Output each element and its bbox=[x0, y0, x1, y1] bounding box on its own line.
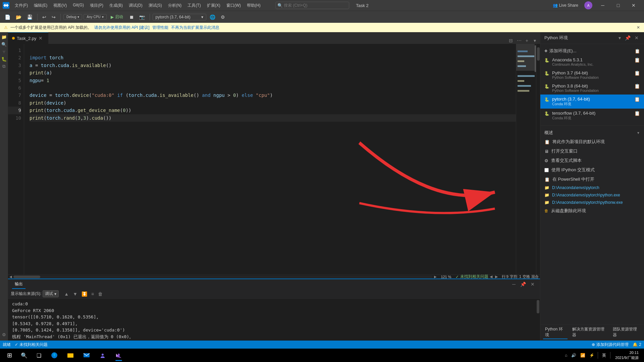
tab-python-env[interactable]: Python 环境 bbox=[543, 326, 568, 339]
env-item-python37[interactable]: 🐍 Python 3.7 (64-bit) Python Software Fo… bbox=[540, 68, 644, 81]
scroll-down-button[interactable]: ▼ bbox=[71, 291, 79, 297]
minimap[interactable] bbox=[516, 44, 536, 275]
menu-debug[interactable]: 调试(D) bbox=[126, 1, 145, 10]
taskbar-vs-button[interactable] bbox=[111, 349, 126, 362]
env-action-tensorflow[interactable]: 📋 bbox=[634, 111, 640, 116]
tray-battery-icon[interactable]: ⚡ bbox=[588, 352, 596, 358]
zoom-level[interactable]: 121 % bbox=[438, 275, 451, 279]
tab-close[interactable]: ✕ bbox=[39, 36, 43, 41]
tray-volume-icon[interactable]: 🔊 bbox=[570, 352, 578, 358]
warning-link-2[interactable]: 管理性能 bbox=[152, 25, 168, 31]
status-add-source[interactable]: ⊕ 添加到源代码管理 bbox=[592, 342, 629, 348]
scroll-to-end-button[interactable]: ⏬ bbox=[80, 291, 89, 297]
live-share-button[interactable]: 👥 Live Share bbox=[549, 2, 582, 9]
screenshot-button[interactable]: 📷 bbox=[137, 13, 147, 21]
menu-file[interactable]: 文件(F) bbox=[12, 1, 31, 10]
search-input[interactable] bbox=[275, 2, 349, 9]
env-action-python37[interactable]: 📋 bbox=[634, 70, 640, 76]
menu-edit[interactable]: 编辑(E) bbox=[31, 1, 50, 10]
env-item-anaconda[interactable]: 🐍 Anaconda 5.3.1 Continuum Analytics, In… bbox=[540, 55, 644, 68]
path-item-0[interactable]: 📁 D:\Anaconda\envs\pytorch bbox=[540, 184, 644, 191]
start-button[interactable]: ⊞ bbox=[3, 349, 16, 362]
menu-git[interactable]: Git(G) bbox=[70, 1, 87, 10]
env-item-pytorch[interactable]: 🐍 pytorch (3.7, 64-bit) Conda 环境 📋 bbox=[540, 95, 644, 109]
tab-team-explorer[interactable]: 团队资源管理器 bbox=[611, 326, 641, 339]
menu-analyze[interactable]: 分析(N) bbox=[165, 1, 184, 10]
close-button[interactable]: ✕ bbox=[626, 0, 641, 11]
taskbar-search-button[interactable]: 🔍 bbox=[17, 349, 31, 362]
scroll-left-button[interactable]: ◀ bbox=[9, 275, 12, 279]
tray-home-icon[interactable]: ⌂ bbox=[564, 352, 569, 358]
menu-tools[interactable]: 工具(T) bbox=[185, 1, 203, 10]
menu-help[interactable]: 帮助(H) bbox=[244, 1, 263, 10]
panel-tab-output[interactable]: 输出 bbox=[12, 280, 25, 289]
rp-close-button[interactable]: ✕ bbox=[633, 35, 640, 41]
cpu-target-dropdown[interactable]: Any CPU ▾ bbox=[84, 14, 106, 20]
task-view-button[interactable]: ❏ bbox=[32, 349, 46, 362]
activity-debug[interactable]: 🐛 bbox=[1, 56, 7, 62]
menu-extensions[interactable]: 扩展(X) bbox=[204, 1, 223, 10]
word-wrap-button[interactable]: ≡ bbox=[90, 291, 95, 297]
warning-dismiss[interactable]: ✕ bbox=[637, 25, 640, 30]
taskbar-time[interactable]: 20:11 2021/9/厂能源 bbox=[612, 350, 641, 361]
status-notifications[interactable]: 🔔 2 bbox=[633, 342, 641, 347]
status-ready[interactable]: 就绪 bbox=[3, 342, 11, 348]
rp-pin-button[interactable]: 📌 bbox=[624, 35, 632, 41]
activity-git[interactable]: ⑂ bbox=[1, 48, 7, 55]
run-button[interactable]: ▶ ▶ 启动 启动 bbox=[108, 13, 126, 21]
taskbar-explorer-button[interactable] bbox=[63, 349, 78, 362]
new-file-button[interactable]: 📄 bbox=[3, 13, 12, 21]
save-button[interactable]: 💾 bbox=[25, 13, 35, 21]
undo-button[interactable]: ↩ bbox=[40, 13, 48, 21]
tab-split-button[interactable]: ⊟ bbox=[507, 37, 514, 44]
tab-task2py[interactable]: Task_2.py ✕ bbox=[8, 32, 48, 44]
output-scrollbar[interactable] bbox=[536, 299, 540, 341]
menu-window[interactable]: 窗口(W) bbox=[224, 1, 244, 10]
user-avatar[interactable]: A bbox=[584, 1, 592, 9]
path-item-2[interactable]: 📁 D:\Anaconda\envs\pytorch\pythonw.exe bbox=[540, 199, 644, 206]
tab-dropdown-button[interactable]: ▾ bbox=[532, 37, 537, 44]
redo-button[interactable]: ↪ bbox=[50, 13, 58, 21]
taskbar-teams-button[interactable] bbox=[95, 349, 110, 362]
env-action-python38[interactable]: 📋 bbox=[634, 83, 640, 89]
code-editor[interactable]: import torch a = torch.cuda.is_available… bbox=[24, 44, 516, 275]
delete-env-button[interactable]: 🗑 从磁盘删除此环境 bbox=[540, 206, 644, 216]
tab-plus-button[interactable]: + bbox=[524, 37, 530, 44]
rp-dropdown-button[interactable]: ▾ bbox=[617, 35, 622, 41]
action-powershell[interactable]: 📋 在 PowerShell 中打开 bbox=[540, 175, 644, 184]
activity-settings[interactable]: ⚙ bbox=[1, 331, 7, 338]
path-item-1[interactable]: 📁 D:\Anaconda\envs\pytorch\python.exe bbox=[540, 191, 644, 199]
settings-button[interactable]: ⚙ bbox=[219, 13, 227, 21]
open-file-button[interactable]: 📂 bbox=[14, 13, 23, 21]
panel-pin-button[interactable]: 📌 bbox=[519, 281, 527, 288]
debug-mode-dropdown[interactable]: Debug ▾ bbox=[63, 14, 82, 20]
menu-test[interactable]: 测试(S) bbox=[146, 1, 165, 10]
tab-solution-explorer[interactable]: 解决方案资源管理器 bbox=[570, 326, 608, 339]
env-action-pytorch[interactable]: 📋 bbox=[634, 97, 640, 102]
scroll-up-button[interactable]: ▲ bbox=[63, 291, 70, 297]
stop-button[interactable]: ⏹ bbox=[127, 13, 136, 21]
maximize-button[interactable]: □ bbox=[610, 0, 626, 11]
ipython-checkbox-input[interactable] bbox=[544, 168, 549, 172]
output-content[interactable]: cuda:0GeForce RTX 2060tensor([[0.5710, 0… bbox=[8, 299, 536, 341]
action-view-script[interactable]: ⚙ 查看交互式脚本 bbox=[540, 156, 644, 165]
activity-search[interactable]: 🔍 bbox=[1, 41, 7, 48]
tab-more-button[interactable]: ⋯ bbox=[516, 37, 523, 44]
add-environment-button[interactable]: + 添加环境(E)... 📋 bbox=[540, 47, 644, 55]
taskbar-mail-button[interactable] bbox=[79, 349, 94, 362]
env-item-tensorflow[interactable]: 🐍 tensorflow (3.7, 64-bit) Conda 环境 📋 bbox=[540, 109, 644, 123]
panel-close-button[interactable]: ✕ bbox=[529, 281, 536, 288]
clear-button[interactable]: 🗑 bbox=[97, 291, 104, 297]
menu-build[interactable]: 生成(B) bbox=[107, 1, 125, 10]
status-no-problems[interactable]: ✓ 未找到相关问题 bbox=[15, 342, 48, 348]
warning-link-3[interactable]: 不再为当前扩展显示此消息 bbox=[171, 25, 219, 31]
action-set-default[interactable]: 📋 将此作为新项目的默认环境 bbox=[540, 137, 644, 146]
env-action-anaconda[interactable]: 📋 bbox=[634, 57, 640, 63]
environment-button[interactable]: 🌐 bbox=[208, 13, 217, 21]
taskbar-language[interactable]: 英 bbox=[600, 352, 608, 359]
editor-scrollbar[interactable] bbox=[536, 44, 540, 275]
python-selector-dropdown[interactable]: pytorch (3.7, 64-bit) ▾ bbox=[153, 14, 206, 20]
taskbar-edge-button[interactable] bbox=[47, 349, 62, 362]
tray-network-icon[interactable]: 📶 bbox=[579, 352, 587, 358]
menu-view[interactable]: 视图(V) bbox=[51, 1, 69, 10]
